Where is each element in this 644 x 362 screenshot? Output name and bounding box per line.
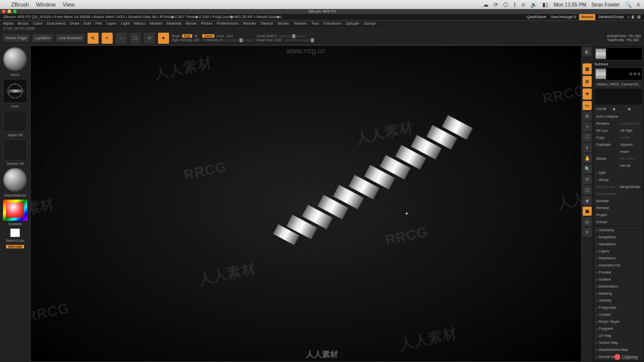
autoreorder-button[interactable]: AutoReorder xyxy=(618,120,642,127)
delall-button[interactable]: Del All xyxy=(618,162,642,169)
rgb-intensity-label[interactable]: Rgb Intensity 100 xyxy=(172,38,199,42)
rgb-button[interactable]: Rgb xyxy=(182,34,193,38)
xpose-icon[interactable]: ✕ xyxy=(583,228,592,237)
split-section[interactable]: Split xyxy=(594,169,642,176)
alpha-preview[interactable] xyxy=(3,111,27,132)
defaultzscript-button[interactable]: DefaultZScript xyxy=(597,14,625,20)
bpr-button[interactable]: ◐ xyxy=(583,47,592,56)
secondary-color-swatch[interactable] xyxy=(10,228,20,237)
menu-zscript[interactable]: Zscript xyxy=(364,21,376,26)
hand-icon[interactable]: ✋ xyxy=(583,154,592,163)
draw-size-slider[interactable]: Draw Size 1000 xyxy=(257,38,281,42)
delother-button[interactable]: Del Other xyxy=(618,155,642,162)
floor-button[interactable]: ⊞ xyxy=(583,76,592,87)
mergesimilar-button[interactable]: MergeSimilar xyxy=(618,184,642,190)
paint-icon[interactable] xyxy=(633,72,636,75)
menu-picker[interactable]: Picker xyxy=(201,21,212,26)
masking-section[interactable]: Masking xyxy=(594,290,642,297)
listall-button[interactable]: List All xyxy=(594,106,610,113)
persp-button[interactable]: ▦ xyxy=(583,63,592,74)
menu-transform[interactable]: Transform xyxy=(323,21,341,26)
displacementmap-section[interactable]: Displacement Map xyxy=(594,346,642,353)
gradient-label[interactable]: Gradient xyxy=(9,222,22,226)
menu-edit[interactable]: Edit xyxy=(84,21,91,26)
search-icon[interactable]: 🔍 xyxy=(625,2,632,8)
rotate-view-icon[interactable]: ⟲ xyxy=(583,175,592,184)
drawsize-track[interactable] xyxy=(284,39,312,41)
nav-left-icon[interactable]: ◀ xyxy=(610,106,626,113)
edit-mode-icon[interactable]: ✎ xyxy=(88,33,99,44)
merge-section[interactable]: Merge xyxy=(594,176,642,183)
boolean-button[interactable]: Boolean xyxy=(594,198,642,204)
select-icon[interactable] xyxy=(637,72,640,75)
layout-icon-2[interactable]: ◧ xyxy=(631,14,635,20)
surface-section[interactable]: Surface xyxy=(594,276,642,283)
menu-alpha[interactable]: Alpha xyxy=(3,21,13,26)
frame-icon[interactable]: ☐ xyxy=(583,133,592,142)
menulist-icon[interactable]: ≡ xyxy=(637,2,640,8)
contact-section[interactable]: Contact xyxy=(594,311,642,318)
lightbox-button[interactable]: LightBox xyxy=(32,34,53,42)
local-button[interactable]: 👁 xyxy=(583,88,592,100)
texturemap-section[interactable]: Texture Map xyxy=(594,339,642,346)
layout-icon-1[interactable]: ▱ xyxy=(627,14,630,20)
project-button[interactable]: Project xyxy=(594,212,642,218)
stroke-preview[interactable] xyxy=(3,79,27,103)
duplicate-button[interactable]: Duplicate xyxy=(594,141,618,148)
subtool-item[interactable] xyxy=(594,67,642,80)
move-mode-icon[interactable]: ↔ xyxy=(116,33,127,44)
alllow-button[interactable]: All Low xyxy=(594,127,618,134)
menu-zplugin[interactable]: Zplugin xyxy=(346,21,359,26)
menus-chip[interactable]: Menus xyxy=(579,14,595,20)
frame-button[interactable]: ⊕ xyxy=(583,112,592,121)
scale-mode-icon[interactable]: ☐ xyxy=(130,33,141,44)
app-menu-window[interactable]: Window xyxy=(36,2,55,8)
menu-macro[interactable]: Macro xyxy=(134,21,145,26)
nanomesh-section[interactable]: NanoMesh xyxy=(594,241,642,247)
paste-button[interactable]: Paste xyxy=(618,134,642,141)
homepage-button[interactable]: Home Page xyxy=(3,34,29,42)
transp-icon[interactable]: ▣ xyxy=(583,207,592,216)
rename-button[interactable]: Rename xyxy=(594,120,618,127)
ghost-icon[interactable]: ◎ xyxy=(583,217,592,226)
delete-button[interactable]: Delete xyxy=(594,155,618,162)
zadd-button[interactable]: Zadd xyxy=(202,34,214,38)
gizmo-icon[interactable]: ✦ xyxy=(158,33,169,44)
menu-stroke[interactable]: Stroke xyxy=(277,21,289,26)
alternate-chip[interactable]: Alternate xyxy=(6,245,24,248)
subtool-header[interactable]: Subtool xyxy=(594,62,642,66)
rotate-mode-icon[interactable]: ⟲ xyxy=(144,33,155,44)
menu-layer[interactable]: Layer xyxy=(106,21,116,26)
menubar-user[interactable]: Sean Fowler xyxy=(591,2,619,8)
autocollapse-button[interactable]: Auto Collapse xyxy=(594,113,642,120)
mergevisible-button[interactable]: MergeVisible xyxy=(594,191,618,197)
append-button[interactable]: Append xyxy=(618,141,642,148)
menu-preferences[interactable]: Preferences xyxy=(217,21,238,26)
morphtarget-section[interactable]: Morph Target xyxy=(594,318,642,325)
insert-button[interactable]: Insert xyxy=(618,148,642,155)
extract-button[interactable]: Extract xyxy=(594,219,642,225)
geometryhd-section[interactable]: Geometry HD xyxy=(594,262,642,268)
zcut-button[interactable]: Zcut xyxy=(226,34,233,38)
zoom-button[interactable]: ⌖ xyxy=(583,122,592,131)
draw-mode-icon[interactable]: ＋ xyxy=(102,33,113,44)
mrgb-button[interactable]: Mrgb xyxy=(172,34,180,38)
menu-material[interactable]: Material xyxy=(167,21,181,26)
remesh-button[interactable]: Remesh xyxy=(594,205,642,211)
close-window-icon[interactable] xyxy=(2,10,6,13)
switchcolor-button[interactable]: SwitchColor xyxy=(6,239,24,242)
menu-brush[interactable]: Brush xyxy=(18,21,28,26)
app-menu-zbrush[interactable]: ZBrush xyxy=(11,2,29,8)
allhigh-button[interactable]: All High xyxy=(618,127,642,134)
zoom-view-icon[interactable]: 🔍 xyxy=(583,164,592,173)
menu-stencil[interactable]: Stencil xyxy=(261,21,273,26)
texture-preview[interactable] xyxy=(3,139,27,160)
menu-light[interactable]: Light xyxy=(121,21,129,26)
focal-track[interactable] xyxy=(278,35,306,37)
menu-movie[interactable]: Movie xyxy=(186,21,196,26)
fibermesh-section[interactable]: FiberMesh xyxy=(594,255,642,261)
vis-eye-icon[interactable] xyxy=(629,72,632,75)
liveboolean-button[interactable]: Live Boolean xyxy=(56,34,84,42)
app-menu-view[interactable]: View xyxy=(63,2,75,8)
visibility-section[interactable]: Visibility xyxy=(594,297,642,304)
